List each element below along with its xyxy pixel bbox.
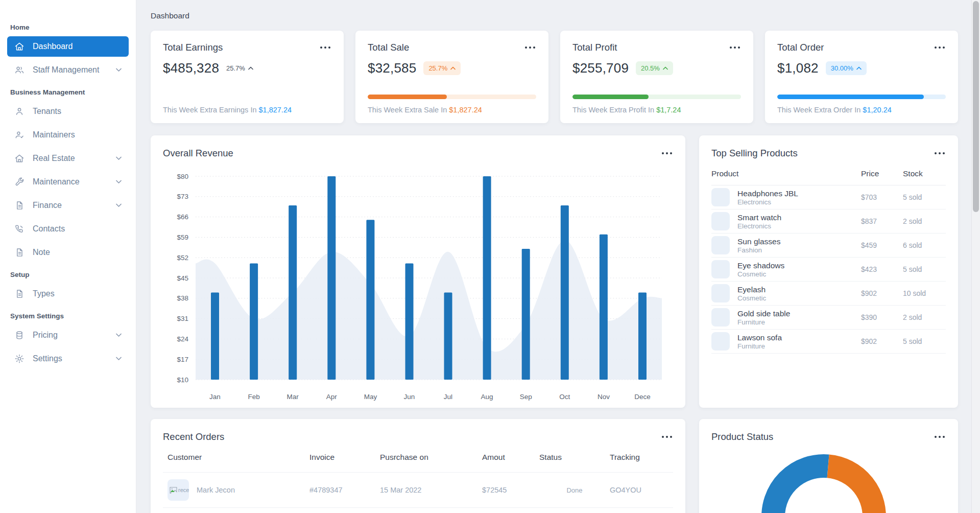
product-row-sun-glasses[interactable]: Sun glasses Fashion $459 6 sold xyxy=(711,234,946,258)
stat-footer: This Week Extra Order In $1,20.24 xyxy=(777,106,946,114)
overall-revenue-chart: $10$17$24$31$38$45$52$59$66$73$80JanFebM… xyxy=(163,163,673,414)
phone-icon xyxy=(14,224,25,234)
chevron-up-icon xyxy=(663,66,668,70)
sidebar-item-tenants[interactable]: Tenants xyxy=(7,101,129,122)
sidebar-item-finance[interactable]: Finance xyxy=(7,195,129,216)
database-icon xyxy=(14,330,25,340)
more-options-button[interactable] xyxy=(934,150,946,157)
person-check-icon xyxy=(14,130,25,140)
customer-avatar-broken-image: rece xyxy=(168,479,189,501)
product-price: $423 xyxy=(861,265,903,273)
product-thumbnail xyxy=(711,188,730,206)
product-name: Gold side table xyxy=(737,309,790,318)
column-header-price: Price xyxy=(861,169,903,178)
sidebar-item-pricing[interactable]: Pricing xyxy=(7,325,129,345)
column-header-stock: Stock xyxy=(903,169,946,178)
product-row-lawson-sofa[interactable]: Lawson sofa Furniture $902 5 sold xyxy=(711,330,946,354)
order-invoice: #4789347 xyxy=(309,486,380,494)
more-options-button[interactable] xyxy=(661,434,674,440)
main-content: Dashboard Total Earnings $485,328 25.7% … xyxy=(136,0,980,513)
product-row-headphones-jbl[interactable]: Headphones JBL Electronics $703 5 sold xyxy=(711,185,946,209)
order-row-mark-jecon[interactable]: rece Mark Jecon #4789347 15 Mar 2022 $72… xyxy=(163,472,673,508)
stat-value: $255,709 xyxy=(572,60,629,76)
product-name: Headphones JBL xyxy=(737,189,798,198)
person-icon xyxy=(14,106,25,116)
revenue-bar-aug xyxy=(483,176,491,380)
chevron-down-icon xyxy=(116,180,122,184)
y-axis-tick-label: $31 xyxy=(177,315,188,322)
sidebar: HomeDashboardStaff ManagementBusiness Ma… xyxy=(0,0,136,513)
revenue-bar-dece xyxy=(638,292,647,380)
product-category: Cosmetic xyxy=(737,294,766,302)
top-selling-header-row: Product Price Stock xyxy=(711,162,946,185)
stat-footer-text: This Week Extra Sale In xyxy=(368,106,449,114)
order-customer: Mark Jecon xyxy=(197,486,235,494)
stat-footer-amount: $1,827.24 xyxy=(259,106,292,114)
product-row-gold-side-table[interactable]: Gold side table Furniture $390 2 sold xyxy=(711,306,946,330)
stat-value: $485,328 xyxy=(163,60,219,76)
product-row-eyelash[interactable]: Eyelash Cosmetic $902 10 sold xyxy=(711,282,946,306)
sidebar-item-staff-management[interactable]: Staff Management xyxy=(7,60,129,80)
stat-footer-amount: $1,7.24 xyxy=(656,106,681,114)
sidebar-item-maintainers[interactable]: Maintainers xyxy=(7,125,129,145)
order-status: Done xyxy=(539,486,610,494)
stat-card-total-sale: Total Sale $32,585 25.7% This Week Extra… xyxy=(355,31,548,123)
stat-card-title: Total Order xyxy=(777,42,824,53)
broken-image-icon xyxy=(169,486,178,494)
x-axis-tick-label: Aug xyxy=(481,393,493,401)
progress-bar xyxy=(368,95,536,99)
x-axis-tick-label: Jul xyxy=(444,393,452,401)
revenue-bar-jul xyxy=(444,292,452,380)
document-icon xyxy=(14,247,25,258)
product-thumbnail xyxy=(711,236,730,254)
chevron-down-icon xyxy=(116,68,122,72)
more-options-button[interactable] xyxy=(524,44,537,51)
chevron-down-icon xyxy=(116,156,122,160)
sidebar-item-maintenance[interactable]: Maintenance xyxy=(7,172,129,192)
product-thumbnail xyxy=(711,284,730,302)
x-axis-tick-label: Nov xyxy=(597,393,610,401)
more-options-button[interactable] xyxy=(661,150,674,157)
product-price: $459 xyxy=(861,241,903,249)
sidebar-item-types[interactable]: Types xyxy=(7,284,129,304)
avatar-alt-text: rece xyxy=(178,487,189,493)
more-options-button[interactable] xyxy=(319,44,332,51)
sidebar-item-settings[interactable]: Settings xyxy=(7,348,129,369)
scrollbar-thumb[interactable] xyxy=(973,1,979,212)
product-stock: 6 sold xyxy=(903,241,946,249)
more-options-button[interactable] xyxy=(729,44,742,51)
column-header-product: Product xyxy=(711,169,861,178)
sidebar-item-note[interactable]: Note xyxy=(7,242,129,263)
home-icon xyxy=(14,41,25,52)
product-name: Lawson sofa xyxy=(737,333,782,342)
product-thumbnail xyxy=(711,260,730,278)
x-axis-tick-label: Mar xyxy=(287,393,299,401)
page-title: Dashboard xyxy=(151,11,958,20)
sidebar-section-label: Setup xyxy=(0,271,136,278)
sidebar-item-contacts[interactable]: Contacts xyxy=(7,219,129,239)
product-status-donut-svg xyxy=(711,447,946,513)
y-axis-tick-label: $66 xyxy=(177,213,188,221)
home-icon xyxy=(14,153,25,164)
more-options-button[interactable] xyxy=(934,434,946,440)
orders-header-row: CustomerInvoicePusrchase onAmoutStatusTr… xyxy=(163,442,673,472)
x-axis-tick-label: Dece xyxy=(634,393,651,401)
progress-bar xyxy=(777,95,946,99)
product-row-eye-shadows[interactable]: Eye shadows Cosmetic $423 5 sold xyxy=(711,258,946,282)
stat-card-title: Total Sale xyxy=(368,42,409,53)
y-axis-tick-label: $73 xyxy=(177,193,188,200)
vertical-scrollbar[interactable] xyxy=(971,0,980,513)
more-options-button[interactable] xyxy=(934,44,946,51)
stat-footer-amount: $1,20.24 xyxy=(863,106,891,114)
sidebar-item-label: Finance xyxy=(33,201,62,210)
product-row-smart-watch[interactable]: Smart watch Electronics $837 2 sold xyxy=(711,209,946,234)
sidebar-item-label: Maintenance xyxy=(33,177,80,186)
sidebar-item-dashboard[interactable]: Dashboard xyxy=(7,36,129,57)
order-tracking: GO4YOU xyxy=(610,486,673,494)
product-price: $902 xyxy=(861,337,903,345)
y-axis-tick-label: $17 xyxy=(177,356,188,363)
y-axis-tick-label: $59 xyxy=(177,234,188,241)
sidebar-item-real-estate[interactable]: Real Estate xyxy=(7,148,129,169)
sidebar-section-label: Business Management xyxy=(0,88,136,96)
stat-card-total-profit: Total Profit $255,709 20.5% This Week Ex… xyxy=(560,31,753,123)
